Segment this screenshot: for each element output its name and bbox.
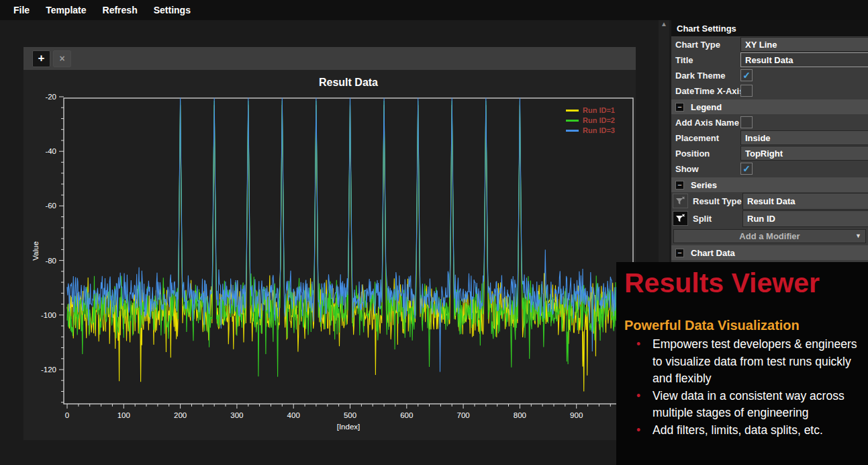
chart-window: + × -20-40-60-80-100-1200100200300400500… bbox=[23, 47, 636, 440]
svg-text:-60: -60 bbox=[45, 202, 56, 210]
chart-area[interactable]: -20-40-60-80-100-12001002003004005006007… bbox=[23, 70, 636, 440]
split-label: Split bbox=[693, 214, 712, 224]
overlay-bullet-list: Empowers test developers & engineers to … bbox=[624, 336, 868, 439]
row-split: Split Run ID ▼ bbox=[671, 210, 868, 227]
series-section-header[interactable]: − Series bbox=[671, 177, 868, 192]
show-label: Show bbox=[675, 164, 699, 174]
row-position: Position TopRight ▼ bbox=[671, 146, 868, 161]
chart-legend: Run ID=1 Run ID=2 Run ID=3 bbox=[566, 106, 615, 134]
close-icon: × bbox=[59, 53, 64, 64]
series-section-label: Series bbox=[691, 180, 717, 190]
svg-text:-80: -80 bbox=[45, 257, 56, 265]
xy-line-plot[interactable]: -20-40-60-80-100-12001002003004005006007… bbox=[23, 70, 636, 440]
result-type-dropdown[interactable]: Result Data ▼ bbox=[742, 193, 868, 210]
chart-data-section-label: Chart Data bbox=[691, 248, 735, 258]
title-value: Result Data bbox=[745, 55, 793, 65]
collapse-icon[interactable]: − bbox=[675, 103, 684, 112]
funnel-x-icon bbox=[675, 214, 685, 224]
svg-text:200: 200 bbox=[174, 411, 187, 419]
split-dropdown[interactable]: Run ID ▼ bbox=[742, 210, 868, 227]
svg-text:700: 700 bbox=[457, 411, 470, 419]
position-label: Position bbox=[675, 149, 710, 159]
legend-section-header[interactable]: − Legend bbox=[671, 99, 868, 114]
menu-refresh[interactable]: Refresh bbox=[95, 1, 146, 19]
menu-file[interactable]: File bbox=[5, 1, 38, 19]
legend-swatch bbox=[566, 120, 579, 122]
plus-icon: + bbox=[38, 52, 45, 65]
svg-text:600: 600 bbox=[400, 411, 413, 419]
close-tab-button[interactable]: × bbox=[53, 50, 71, 67]
title-label: Title bbox=[675, 55, 693, 65]
placement-value: Inside bbox=[745, 133, 771, 143]
chart-data-section-header[interactable]: − Chart Data bbox=[671, 245, 868, 260]
row-datetime-xaxis: DateTime X-Axis ✓ bbox=[671, 83, 868, 98]
add-modifier-dropdown[interactable]: Add a Modifier ▼ bbox=[673, 229, 866, 243]
menu-template[interactable]: Template bbox=[38, 1, 94, 19]
row-add-modifier: Add a Modifier ▼ bbox=[671, 228, 868, 244]
legend-item[interactable]: Run ID=1 bbox=[566, 106, 615, 114]
result-type-label: Result Type bbox=[693, 196, 742, 206]
split-filter-button[interactable] bbox=[673, 211, 688, 226]
svg-text:-120: -120 bbox=[41, 366, 56, 374]
overlay-subtitle: Powerful Data Visualization bbox=[624, 318, 868, 333]
row-dark-theme: Dark Theme ✓ bbox=[671, 68, 868, 83]
placement-label: Placement bbox=[675, 133, 719, 143]
dark-theme-checkbox[interactable]: ✓ bbox=[740, 69, 753, 81]
legend-swatch bbox=[566, 110, 579, 112]
svg-text:900: 900 bbox=[570, 411, 583, 419]
chart-type-dropdown[interactable]: XY Line ▼ bbox=[740, 37, 868, 52]
result-type-value: Result Data bbox=[747, 196, 795, 206]
add-modifier-label: Add a Modifier bbox=[739, 231, 800, 241]
overlay-title: Results Viewer bbox=[624, 267, 868, 299]
chevron-down-icon: ▼ bbox=[855, 232, 861, 239]
chart-type-value: XY Line bbox=[745, 40, 777, 50]
row-add-axis-name: Add Axis Name ✓ bbox=[671, 115, 868, 130]
svg-text:0: 0 bbox=[65, 411, 69, 419]
svg-text:[Index]: [Index] bbox=[337, 423, 360, 431]
overlay-bullet: Add filters, limits, data splits, etc. bbox=[624, 422, 868, 439]
add-axis-name-checkbox[interactable]: ✓ bbox=[740, 116, 753, 128]
svg-text:800: 800 bbox=[514, 411, 526, 419]
add-axis-name-label: Add Axis Name bbox=[675, 118, 739, 128]
datetime-xaxis-checkbox[interactable]: ✓ bbox=[740, 85, 753, 97]
title-input[interactable]: Result Data bbox=[740, 52, 868, 67]
svg-text:500: 500 bbox=[344, 411, 356, 419]
legend-label: Run ID=3 bbox=[583, 126, 615, 134]
panel-title: Chart Settings bbox=[671, 20, 868, 36]
menu-bar: File Template Refresh Settings bbox=[0, 0, 868, 20]
results-viewer-overlay: Results Viewer Powerful Data Visualizati… bbox=[616, 262, 868, 465]
result-type-filter-button[interactable] bbox=[673, 194, 688, 208]
menu-settings[interactable]: Settings bbox=[146, 1, 199, 19]
svg-text:-20: -20 bbox=[45, 93, 56, 101]
position-dropdown[interactable]: TopRight ▼ bbox=[740, 146, 868, 161]
row-result-type: Result Type Result Data ▼ bbox=[671, 193, 868, 210]
legend-item[interactable]: Run ID=2 bbox=[566, 116, 615, 124]
row-placement: Placement Inside ▼ bbox=[671, 130, 868, 145]
collapse-icon[interactable]: − bbox=[675, 181, 684, 189]
legend-label: Run ID=2 bbox=[583, 116, 615, 124]
add-tab-button[interactable]: + bbox=[32, 50, 50, 67]
svg-text:-100: -100 bbox=[41, 311, 56, 319]
chart-type-label: Chart Type bbox=[675, 40, 720, 50]
collapse-icon[interactable]: − bbox=[675, 249, 684, 257]
chart-title: Result Data bbox=[64, 77, 633, 89]
svg-text:100: 100 bbox=[117, 411, 130, 419]
legend-swatch bbox=[566, 130, 579, 132]
placement-dropdown[interactable]: Inside ▼ bbox=[740, 130, 868, 145]
row-title: Title Result Data bbox=[671, 52, 868, 67]
svg-text:-40: -40 bbox=[45, 147, 56, 155]
row-show: Show ✓ bbox=[671, 161, 868, 176]
overlay-bullet: Empowers test developers & engineers to … bbox=[624, 336, 868, 388]
chart-tab-bar: + × bbox=[23, 47, 636, 70]
funnel-x-icon bbox=[675, 196, 685, 206]
row-chart-type: Chart Type XY Line ▼ bbox=[671, 37, 868, 52]
datetime-xaxis-label: DateTime X-Axis bbox=[675, 86, 744, 96]
svg-text:400: 400 bbox=[287, 411, 300, 419]
position-value: TopRight bbox=[745, 149, 783, 159]
split-value: Run ID bbox=[747, 214, 775, 224]
legend-section-label: Legend bbox=[691, 102, 722, 112]
legend-label: Run ID=1 bbox=[583, 106, 615, 114]
show-checkbox[interactable]: ✓ bbox=[740, 163, 753, 175]
svg-text:Value: Value bbox=[32, 241, 40, 261]
legend-item[interactable]: Run ID=3 bbox=[566, 126, 615, 134]
